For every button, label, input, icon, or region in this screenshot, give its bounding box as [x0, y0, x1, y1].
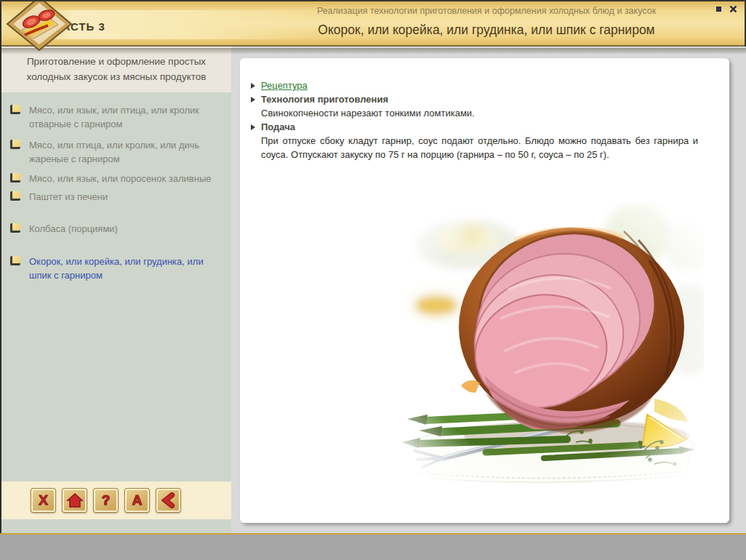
sidebar-item-boiled-meat[interactable]: Мясо, или язык, или птица, или кролик от…	[10, 103, 225, 131]
triangle-bullet-icon	[251, 83, 255, 89]
serving-heading: Подача	[261, 120, 295, 134]
x-icon: X	[39, 492, 48, 508]
font-size-button[interactable]: A	[124, 488, 150, 513]
note-icon	[10, 256, 20, 265]
technology-text: Свинокопчености нарезают тонкими ломтика…	[261, 106, 700, 120]
sidebar-section-title: Приготовление и оформление простых холод…	[1, 47, 231, 92]
sidebar-item-aspic[interactable]: Мясо, или язык, или поросенок заливные	[10, 172, 225, 185]
app-logo-icon	[3, 0, 76, 51]
page-title: Окорок, или корейка, или грудинка, или ш…	[234, 23, 739, 38]
note-icon	[10, 140, 20, 149]
footer-bar	[0, 535, 746, 560]
sidebar-item-label: Колбаса (порциями)	[29, 222, 214, 236]
title-bar: ЧАСТЬ 3 Реализация технологии приготовле…	[1, 1, 745, 47]
content-panel: Рецептура Технология приготовления Свино…	[240, 58, 729, 523]
sidebar: Приготовление и оформление простых холод…	[1, 47, 231, 533]
recipe-link[interactable]: Рецептура	[261, 79, 308, 92]
help-button[interactable]: ?	[93, 488, 119, 513]
header-titles: Реализация технологии приготовления и оф…	[234, 6, 739, 38]
close-icon	[729, 5, 737, 13]
note-icon	[10, 223, 20, 233]
sidebar-item-label: Паштет из печени	[29, 190, 214, 204]
sidebar-item-sausage[interactable]: Колбаса (порциями)	[10, 222, 225, 236]
question-icon: ?	[102, 492, 111, 508]
application-window: ЧАСТЬ 3 Реализация технологии приготовле…	[0, 0, 746, 560]
app-title: Реализация технологии приготовления и оф…	[234, 6, 739, 16]
note-icon	[10, 191, 20, 201]
sidebar-menu: Мясо, или язык, или птица, или кролик от…	[1, 103, 231, 282]
sidebar-item-label: Окорок, или корейка, или грудинка, или ш…	[29, 255, 214, 282]
toolbar: X ? A	[1, 481, 231, 519]
window-edge	[0, 0, 746, 1]
chevron-left-icon	[161, 492, 177, 508]
sidebar-item-liver-pate[interactable]: Паштет из печени	[10, 190, 225, 204]
technology-heading: Технология приготовления	[261, 92, 388, 106]
triangle-bullet-icon	[251, 97, 255, 103]
sidebar-item-fried-meat[interactable]: Мясо, или птица, или кролик, или дичь жа…	[10, 138, 225, 166]
minimize-button[interactable]	[713, 4, 723, 13]
sidebar-item-label: Мясо, или язык, или поросенок заливные	[29, 172, 214, 185]
dish-photo	[398, 202, 704, 486]
font-icon: A	[132, 492, 143, 508]
serving-text: При отпуске сбоку кладут гарнир, соус по…	[261, 134, 698, 161]
home-icon	[66, 492, 84, 509]
window-edge	[0, 0, 1, 533]
minimize-icon	[716, 7, 721, 12]
back-button[interactable]	[156, 488, 181, 513]
close-button[interactable]	[728, 4, 738, 13]
note-icon	[10, 173, 20, 183]
sidebar-item-label: Мясо, или язык, или птица, или кролик от…	[29, 103, 214, 131]
sidebar-item-ham-garnish[interactable]: Окорок, или корейка, или грудинка, или ш…	[10, 255, 225, 282]
home-button[interactable]	[62, 488, 87, 513]
triangle-bullet-icon	[251, 124, 255, 130]
exit-button[interactable]: X	[31, 488, 56, 513]
sidebar-item-label: Мясо, или птица, или кролик, или дичь жа…	[29, 138, 214, 166]
window-controls	[713, 4, 738, 13]
note-icon	[10, 105, 20, 114]
